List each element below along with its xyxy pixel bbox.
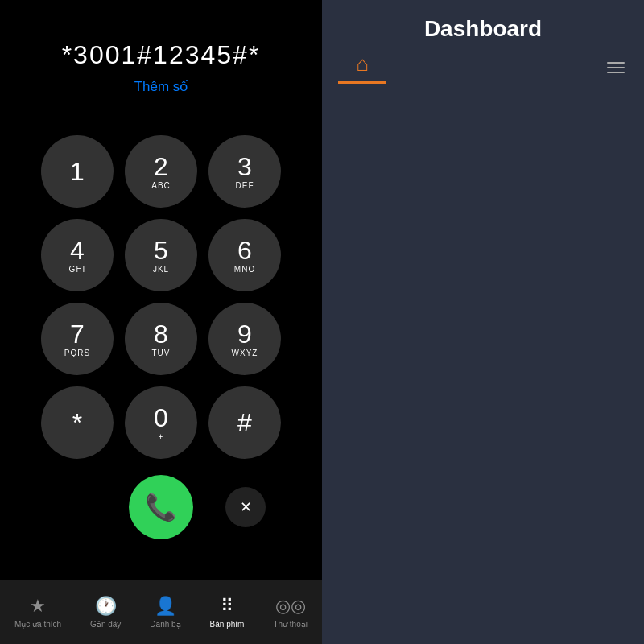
- dial-letters: ABC: [151, 181, 171, 190]
- dial-letters: PQRS: [64, 349, 90, 357]
- dial-letters: TUV: [152, 349, 171, 357]
- dashboard-header: Dashboard ⌂: [322, 0, 644, 84]
- dialer-tab-bar: ★Mục ưa thích🕐Gần đây👤Danh bạ⠿Bàn phím◎◎…: [0, 580, 322, 644]
- nav-home-underline: [338, 81, 386, 84]
- dashboard-content: [322, 84, 644, 644]
- dial-key-2[interactable]: 2ABC: [125, 135, 197, 208]
- tab-label: Bàn phím: [210, 620, 245, 629]
- dial-key-8[interactable]: 8TUV: [125, 303, 197, 375]
- dial-letters: GHI: [69, 265, 86, 274]
- dialer-tab-2[interactable]: 👤Danh bạ: [150, 596, 180, 629]
- dial-key-0[interactable]: 0+: [125, 386, 197, 459]
- dashboard-nav: ⌂: [338, 52, 628, 84]
- delete-icon: ✕: [240, 498, 252, 516]
- dial-digit: 0: [154, 405, 168, 431]
- dial-key-6[interactable]: 6MNO: [208, 219, 281, 291]
- tab-icon: 🕐: [95, 596, 117, 617]
- dial-digit: *: [72, 410, 82, 436]
- dial-key-5[interactable]: 5JKL: [125, 219, 197, 291]
- dial-digit: #: [237, 410, 252, 436]
- tab-icon: 👤: [155, 596, 176, 617]
- dial-digit: 9: [237, 321, 252, 347]
- dial-key-*[interactable]: *: [41, 386, 114, 459]
- dial-letters: +: [159, 432, 164, 441]
- tab-icon: ◎◎: [275, 596, 306, 617]
- add-number-link[interactable]: Thêm số: [134, 78, 188, 95]
- dialer-panel: *3001#12345#* Thêm số 12ABC3DEF4GHI5JKL6…: [0, 0, 322, 644]
- dial-letters: JKL: [153, 265, 169, 274]
- dial-key-3[interactable]: 3DEF: [208, 135, 281, 208]
- dial-digit: 8: [154, 321, 168, 347]
- dialer-tab-3[interactable]: ⠿Bàn phím: [210, 596, 245, 629]
- dial-digit: 3: [237, 154, 252, 180]
- dial-key-#[interactable]: #: [208, 386, 281, 459]
- hamburger-line-2: [607, 67, 625, 68]
- tab-label: Gần đây: [90, 620, 121, 629]
- dial-digit: 6: [237, 237, 252, 263]
- tab-label: Danh bạ: [150, 620, 180, 629]
- delete-button[interactable]: ✕: [225, 487, 266, 527]
- dial-digit: 7: [70, 321, 85, 347]
- dial-pad: 12ABC3DEF4GHI5JKL6MNO7PQRS8TUV9WXYZ*0+#: [41, 135, 281, 459]
- dial-key-4[interactable]: 4GHI: [41, 219, 114, 291]
- dial-actions: 📞 ✕: [56, 475, 266, 539]
- dialer-tab-1[interactable]: 🕐Gần đây: [90, 596, 121, 629]
- dial-digit: 1: [70, 159, 85, 184]
- dial-letters: MNO: [234, 265, 255, 274]
- dial-digit: 2: [154, 154, 168, 180]
- dial-letters: DEF: [236, 181, 254, 190]
- dial-digit: 4: [70, 237, 85, 263]
- dialer-number-display: *3001#12345#*: [62, 40, 261, 70]
- call-button[interactable]: 📞: [129, 475, 193, 539]
- hamburger-line-3: [607, 72, 625, 73]
- tab-icon: ⠿: [221, 596, 233, 617]
- dial-digit: 5: [154, 237, 168, 263]
- dial-key-1[interactable]: 1: [41, 135, 114, 208]
- dial-letters: WXYZ: [232, 349, 258, 357]
- tab-label: Mục ưa thích: [14, 620, 61, 629]
- dial-key-9[interactable]: 9WXYZ: [208, 303, 281, 375]
- tab-icon: ★: [30, 596, 46, 617]
- home-icon: ⌂: [356, 52, 369, 76]
- dialer-tab-0[interactable]: ★Mục ưa thích: [14, 596, 61, 629]
- dial-key-7[interactable]: 7PQRS: [41, 303, 114, 375]
- hamburger-line-1: [607, 62, 625, 64]
- dashboard-title: Dashboard: [338, 16, 628, 42]
- nav-menu-button[interactable]: [604, 59, 628, 76]
- dialer-tab-4[interactable]: ◎◎Thư thoại: [273, 596, 308, 629]
- nav-home-button[interactable]: ⌂: [338, 52, 386, 84]
- phone-icon: 📞: [145, 492, 177, 522]
- dashboard-panel: Dashboard ⌂: [322, 0, 644, 644]
- tab-label: Thư thoại: [273, 620, 308, 629]
